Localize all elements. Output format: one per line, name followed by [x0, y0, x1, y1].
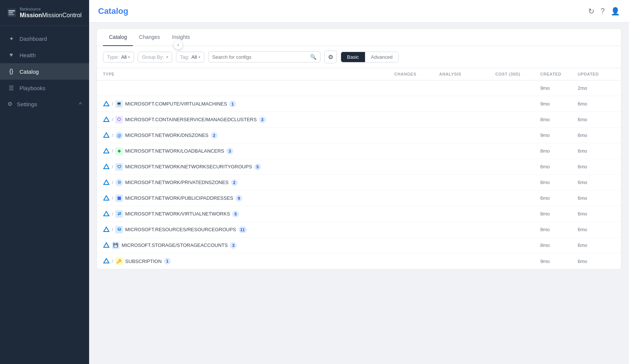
- tag-filter[interactable]: Tag: All ▾: [176, 52, 204, 62]
- nav: ✦ Dashboard ♥ Health {} Catalog ☰ Playbo…: [0, 26, 89, 364]
- row-type-cell: / 🔑 SUBSCRIPTION 1: [103, 257, 394, 265]
- chevron-up-icon: ^: [79, 101, 82, 107]
- badge: 2: [231, 179, 238, 186]
- row-updated: 6mo: [578, 180, 615, 185]
- svg-marker-12: [104, 227, 109, 232]
- search-icon: 🔍: [310, 54, 316, 60]
- chevron-down-icon: ▾: [198, 55, 200, 59]
- badge: 2: [211, 132, 218, 139]
- table-row[interactable]: / 🔑 SUBSCRIPTION 1 9mo 6mo: [97, 253, 621, 269]
- row-created: 8mo: [540, 211, 578, 217]
- sidebar-item-settings[interactable]: ⚙ Settings ^: [0, 96, 89, 112]
- badge: 11: [238, 226, 247, 233]
- row-type-label: MICROSOFT.NETWORK/NETWORKSECURITYGROUPS: [125, 164, 252, 169]
- table-row[interactable]: / ▦ MICROSOFT.NETWORK/PUBLICIPADDRESSES …: [97, 190, 621, 206]
- page-title: Catalog: [98, 6, 128, 16]
- brand-name: flanksource: [20, 7, 82, 12]
- row-updated: 6mo: [578, 227, 615, 232]
- sidebar-collapse-button[interactable]: ‹: [174, 40, 183, 49]
- topbar: Catalog ↻ ? 👤: [89, 0, 629, 22]
- help-button[interactable]: ?: [601, 7, 605, 15]
- row-created: 6mo: [540, 195, 578, 201]
- tab-changes[interactable]: Changes: [133, 29, 166, 46]
- resource-icon: ▦: [115, 195, 123, 202]
- row-created: 9mo: [540, 85, 578, 91]
- azure-icon: [103, 258, 110, 264]
- azure-icon: [103, 132, 110, 139]
- refresh-button[interactable]: ↻: [588, 7, 595, 16]
- tab-catalog[interactable]: Catalog: [103, 29, 133, 46]
- resource-icon: 💻: [115, 100, 123, 108]
- row-type-cell: / ⊙ MICROSOFT.NETWORK/PRIVATEDNSZONES 2: [103, 179, 394, 186]
- row-type-label: MICROSOFT.NETWORK/PRIVATEDNSZONES: [125, 180, 228, 185]
- svg-marker-4: [104, 101, 109, 106]
- row-type-label: MICROSOFT.CONTAINERSERVICE/MANAGEDCLUSTE…: [125, 117, 256, 122]
- row-type-cell: / 💻 MICROSOFT.COMPUTE/VIRTUALMACHINES 1: [103, 100, 394, 108]
- table-row[interactable]: 💾 MICROSOFT.STORAGE/STORAGEACCOUNTS 3 8m…: [97, 238, 621, 253]
- sidebar-item-health[interactable]: ♥ Health: [0, 47, 89, 63]
- filter-bar: Type: All ▾ Group By: ▾ Tag: All ▾: [97, 46, 621, 68]
- type-filter-label: Type:: [107, 54, 119, 60]
- svg-marker-7: [104, 149, 109, 153]
- advanced-toggle[interactable]: Advanced: [365, 52, 399, 62]
- row-created: 8mo: [540, 180, 578, 185]
- col-analysis: ANALYSIS: [439, 72, 495, 76]
- resource-icon: ⛁: [115, 226, 123, 233]
- table-row[interactable]: / 🛡 MICROSOFT.NETWORK/NETWORKSECURITYGRO…: [97, 159, 621, 175]
- table-row[interactable]: / 💻 MICROSOFT.COMPUTE/VIRTUALMACHINES 1 …: [97, 96, 621, 112]
- settings-icon: ⚙: [7, 101, 12, 107]
- row-type-cell: / 🛡 MICROSOFT.NETWORK/NETWORKSECURITYGRO…: [103, 163, 394, 171]
- search-input[interactable]: [212, 54, 307, 60]
- table-row[interactable]: 9mo 2mo: [97, 80, 621, 96]
- dashboard-icon: ✦: [7, 35, 15, 42]
- svg-marker-5: [104, 117, 109, 122]
- sidebar-item-label: Playbooks: [19, 85, 45, 91]
- chevron-down-icon: ▾: [128, 55, 130, 59]
- collapse-icon: ‹: [177, 42, 179, 48]
- svg-marker-13: [104, 243, 109, 247]
- table-row[interactable]: / ⎔ MICROSOFT.CONTAINERSERVICE/MANAGEDCL…: [97, 112, 621, 128]
- table-row[interactable]: / @ MICROSOFT.NETWORK/DNSZONES 2 9mo 6mo: [97, 128, 621, 143]
- col-cost: COST (30D): [495, 72, 540, 76]
- sidebar-item-dashboard[interactable]: ✦ Dashboard: [0, 30, 89, 47]
- settings-gear-button[interactable]: ⚙: [324, 51, 337, 63]
- svg-rect-3: [9, 14, 14, 15]
- row-type-label: MICROSOFT.NETWORK/VIRTUALNETWORKS: [125, 211, 230, 217]
- type-filter[interactable]: Type: All ▾: [103, 52, 134, 62]
- svg-rect-1: [9, 10, 15, 12]
- table-row[interactable]: / ◈ MICROSOFT.NETWORK/LOADBALANCERS 3 8m…: [97, 143, 621, 159]
- svg-marker-10: [104, 196, 109, 200]
- row-created: 9mo: [540, 259, 578, 264]
- groupby-filter[interactable]: Group By: ▾: [138, 52, 172, 62]
- content-area: Catalog Changes Insights Type: All ▾ Gro…: [89, 22, 629, 364]
- row-created: 8mo: [540, 148, 578, 154]
- row-created: 8mo: [540, 227, 578, 232]
- basic-toggle[interactable]: Basic: [341, 52, 365, 62]
- badge: 3: [227, 148, 233, 155]
- row-type-cell: / ⎔ MICROSOFT.CONTAINERSERVICE/MANAGEDCL…: [103, 116, 394, 123]
- user-avatar[interactable]: 👤: [611, 7, 620, 16]
- row-type-label: MICROSOFT.COMPUTE/VIRTUALMACHINES: [125, 101, 227, 107]
- row-updated: 6mo: [578, 195, 615, 201]
- azure-icon: [103, 211, 110, 217]
- row-updated: 6mo: [578, 259, 615, 264]
- row-updated: 6mo: [578, 101, 615, 107]
- azure-icon: [103, 148, 110, 155]
- sidebar-item-playbooks[interactable]: ☰ Playbooks: [0, 80, 89, 96]
- table-row[interactable]: / ⊙ MICROSOFT.NETWORK/PRIVATEDNSZONES 2 …: [97, 175, 621, 190]
- row-type-label: MICROSOFT.RESOURCES/RESOURCEGROUPS: [125, 227, 236, 232]
- type-filter-value: All: [121, 54, 127, 60]
- resource-icon: ⊙: [115, 179, 123, 186]
- azure-icon: [103, 179, 110, 186]
- sidebar-item-catalog[interactable]: {} Catalog: [0, 63, 89, 80]
- svg-marker-9: [104, 180, 109, 184]
- table-row[interactable]: / ⇄ MICROSOFT.NETWORK/VIRTUALNETWORKS 5 …: [97, 206, 621, 222]
- search-box: 🔍: [208, 51, 320, 62]
- sidebar-item-label: Catalog: [19, 68, 39, 75]
- product-name: MissionMissionControl: [20, 12, 82, 19]
- table-row[interactable]: / ⛁ MICROSOFT.RESOURCES/RESOURCEGROUPS 1…: [97, 222, 621, 238]
- svg-marker-8: [104, 164, 109, 169]
- badge: 5: [232, 211, 239, 217]
- azure-icon: [103, 226, 110, 233]
- row-created: 9mo: [540, 132, 578, 138]
